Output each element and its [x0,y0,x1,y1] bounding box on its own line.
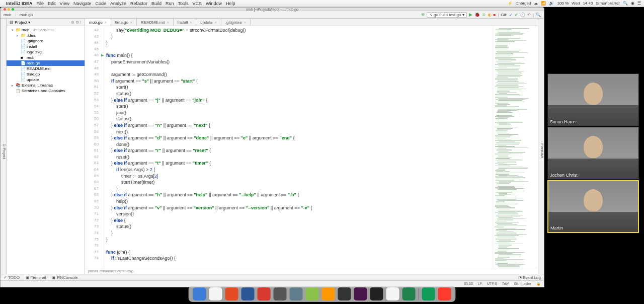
tool-plantuml[interactable]: PlantUML [540,143,544,159]
menu-code[interactable]: Code [95,1,106,6]
dock-app-icon[interactable] [438,287,451,300]
menu-help[interactable]: Help [226,1,235,6]
dock-app-icon[interactable] [386,287,399,300]
menu-navigate[interactable]: Navigate [73,1,92,6]
code-minimap[interactable] [493,26,538,268]
build-icon[interactable]: ⚒ [421,13,425,17]
editor-tab[interactable]: README.md× [137,19,174,26]
vcs-revert-icon[interactable]: ↶ [527,13,531,17]
tool-eventlog[interactable]: ◔ Event Log [518,275,541,280]
zoom-window-icon[interactable] [12,8,14,11]
tree-item[interactable]: 📄update [7,77,85,83]
close-icon[interactable]: × [244,21,246,24]
status-icon[interactable]: ☁ [534,1,538,6]
vcs-commit-icon[interactable]: ✔ [515,13,518,17]
tree-item[interactable]: ▸📚External Libraries [7,83,85,88]
tree-item[interactable]: ▸📁.idea [7,33,85,38]
menu-run[interactable]: Run [166,1,174,6]
dock-app-icon[interactable] [193,287,206,300]
run-gutter-icon[interactable]: ▶ [101,52,104,59]
tree-item[interactable]: 📄.gitignore [7,38,85,44]
dock-app-icon[interactable] [274,287,287,300]
coverage-icon[interactable]: ⛭ [482,13,486,17]
user-name[interactable]: Simon Harrer [596,1,620,6]
close-icon[interactable]: × [105,21,107,24]
run-icon[interactable]: ▶ [469,12,472,17]
close-window-icon[interactable] [4,8,6,11]
dock-app-icon[interactable] [290,287,303,300]
video-tile[interactable]: Martin [547,180,639,233]
editor-tab[interactable]: time.go× [111,19,137,26]
app-name[interactable]: IntelliJ IDEA [6,1,33,6]
code-content[interactable]: say("overriding MOB_DEBUG=" + strconv.Fo… [104,26,493,268]
dock-app-icon[interactable] [306,287,319,300]
notifications-icon[interactable]: ☰ [637,1,641,6]
editor-tab[interactable]: mob.go× [85,19,111,26]
tree-item[interactable]: 📄mob.go [7,60,85,66]
wifi-icon[interactable]: 📶 [541,1,546,6]
menu-vcs[interactable]: VCS [193,1,202,6]
editor-tab[interactable]: update× [196,19,221,26]
tree-item[interactable]: 📄README.md [7,66,85,71]
run-config-dropdown[interactable]: ↘ go build test.go ▾ [427,12,467,18]
tool-project[interactable]: 1: Project [3,144,6,159]
editor-tab[interactable]: .gitignore× [221,19,251,26]
minimize-window-icon[interactable] [8,8,10,11]
gear-icon[interactable]: ⊙ ⚙ ⁝ [71,20,82,25]
dock-app-icon[interactable] [242,287,255,300]
menu-analyze[interactable]: Analyze [110,1,126,6]
menu-refactor[interactable]: Refactor [130,1,147,6]
window-titlebar[interactable]: mob [~/Projects/mob] - .../mob.go [1,8,544,11]
debug-icon[interactable]: 🐞 [474,12,480,17]
dock-app-icon[interactable] [370,287,383,300]
tree-item[interactable]: 📄install [7,44,85,49]
close-icon[interactable]: × [130,21,132,24]
close-icon[interactable]: × [167,21,169,24]
search-icon[interactable]: 🔍 [623,1,628,6]
dock-app-icon[interactable] [225,287,238,300]
vcs-update-icon[interactable]: ↙ [509,13,513,17]
dock-app-icon[interactable] [322,287,335,300]
line-gutter[interactable]: 4243444546▶47484950515253545556575859606… [85,26,104,268]
tool-todo[interactable]: ✓ TODO [4,275,20,280]
close-icon[interactable]: × [190,21,192,24]
tree-item[interactable]: 📋Scratches and Consoles [7,88,85,94]
indent[interactable]: Tab* [502,282,509,286]
video-tile[interactable]: Simon Harrer [547,73,639,126]
close-icon[interactable]: × [215,21,217,24]
video-tile[interactable]: Jochen Christ [547,127,639,180]
profile-icon[interactable]: ◐ [488,13,492,17]
tree-item[interactable]: ■mob [7,55,85,60]
vcs-history-icon[interactable]: 🕘 [520,13,525,17]
search-everywhere-icon[interactable]: 🔍 [536,13,541,17]
breadcrumb-file[interactable]: mob.go [20,13,33,17]
dock-app-icon[interactable] [354,287,367,300]
encoding[interactable]: UTF-8 [487,282,497,286]
tree-item[interactable]: 📄time.go [7,71,85,77]
cursor-position[interactable]: 35:33 [464,282,473,286]
siri-icon[interactable]: ◉ [631,1,634,6]
menu-build[interactable]: Build [151,1,162,6]
menu-edit[interactable]: Edit [48,1,56,6]
menu-tools[interactable]: Tools [178,1,189,6]
status-icon[interactable]: ⚡ [508,1,513,6]
menu-file[interactable]: File [37,1,44,6]
dock-app-icon[interactable] [403,287,416,300]
lock-icon[interactable]: 🔒 [536,282,541,286]
editor-tab[interactable]: install× [174,19,197,26]
line-separator[interactable]: LF [478,282,482,286]
dock-app-icon[interactable] [258,287,271,300]
tree-item[interactable]: ▾📁mob~/Projects/mob [7,27,85,33]
dock-app-icon[interactable] [422,287,435,300]
stop-icon[interactable]: ■ [494,13,496,17]
menu-view[interactable]: View [60,1,69,6]
volume-icon[interactable]: 🔊 [549,1,554,6]
dock-app-icon[interactable] [338,287,351,300]
breadcrumb-root[interactable]: mob [4,13,12,17]
project-view-selector[interactable]: ▤ Project ▾ [10,20,30,25]
git-branch[interactable]: Git: master [514,282,531,286]
tool-terminal[interactable]: ▣ Terminal [26,275,46,280]
editor-breadcrumb[interactable]: parseEnvironmentVariables() [85,268,538,274]
tool-rnconsole[interactable]: ▣ RNConsole [52,275,77,280]
menu-window[interactable]: Window [206,1,222,6]
